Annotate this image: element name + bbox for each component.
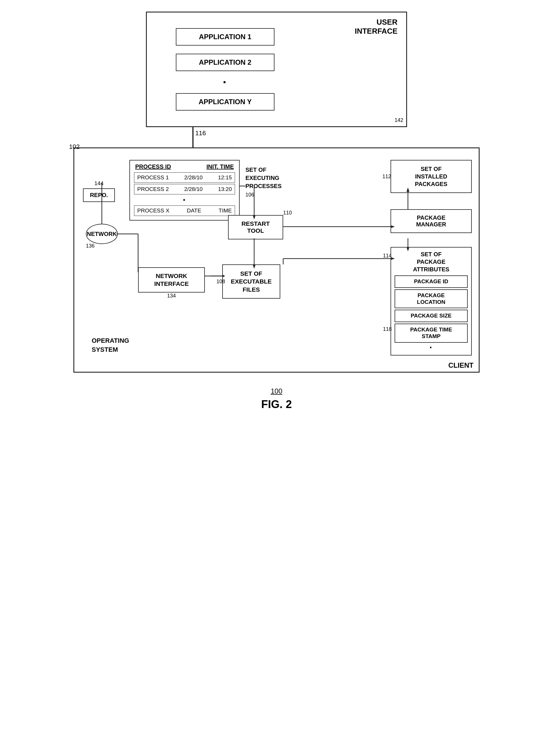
application-1-box: APPLICATION 1	[176, 28, 274, 46]
process-table-header: PROCESS ID INIT. TIME	[134, 163, 235, 170]
ni-label-1: NETWORK	[144, 272, 199, 280]
package-attrs-area: 114 SET OF PACKAGE ATTRIBUTES PACKAGE ID…	[391, 247, 472, 356]
process-1-date: 2/28/10	[184, 174, 203, 181]
client-box: 102 CLIENT 144 REPO. NETWORK 136	[73, 147, 480, 373]
process-2-id: PROCESS 2	[137, 186, 169, 193]
set-executing-label-area: SET OF EXECUTING PROCESSES 106	[245, 166, 282, 198]
process-row-x: PROCESS X DATE TIME	[134, 206, 235, 216]
ni-num: 134	[167, 293, 176, 299]
package-manager-box: PACKAGE MANAGER	[391, 209, 472, 233]
network-label: NETWORK	[87, 231, 116, 237]
diagram-ref: 100	[271, 387, 282, 395]
restart-tool-label: RESTART TOOL	[241, 220, 270, 234]
application-y-box: APPLICATION Y	[176, 93, 274, 110]
process-table-area: PROCESS ID INIT. TIME PROCESS 1 2/28/10 …	[130, 160, 240, 221]
pkg-timestamp-box: PACKAGE TIME STAMP	[395, 323, 468, 343]
set-executing-num: 106	[245, 192, 282, 198]
ni-label-2: INTERFACE	[144, 280, 199, 288]
process-row-2: PROCESS 2 2/28/10 13:20	[134, 184, 235, 195]
process-x-time: TIME	[219, 208, 232, 214]
repo-box: REPO.	[83, 188, 115, 202]
os-label: OPERATING SYSTEM	[92, 336, 129, 354]
network-ellipse: NETWORK	[86, 224, 118, 244]
process-2-time: 13:20	[218, 186, 232, 193]
process-dots: •	[134, 196, 235, 204]
pkg-attrs-num: 114	[383, 253, 392, 259]
ef-label-1: SET OF	[228, 270, 274, 278]
restart-tool-area: 110 RESTART TOOL	[228, 215, 283, 239]
client-layout: 144 REPO. NETWORK 136 PROCESS ID INIT. T…	[83, 157, 472, 360]
client-label: CLIENT	[448, 361, 474, 369]
network-interface-box: NETWORK INTERFACE	[138, 267, 205, 293]
network-area: NETWORK 136	[86, 224, 118, 249]
pm-label: PACKAGE MANAGER	[395, 215, 467, 228]
exec-files-area: 108 SET OF EXECUTABLE FILES	[222, 264, 280, 299]
ui-num-label: 142	[395, 117, 403, 123]
set-executing-label: SET OF EXECUTING PROCESSES	[245, 166, 282, 190]
pkg-location-box: PACKAGE LOCATION	[395, 289, 468, 308]
process-1-time: 12:15	[218, 174, 232, 181]
repo-num-144: 144	[94, 180, 103, 186]
os-label-area: OPERATING SYSTEM	[92, 336, 129, 354]
pkg-dots: •	[395, 344, 468, 351]
restart-tool-box: RESTART TOOL	[228, 215, 283, 239]
exec-files-box: SET OF EXECUTABLE FILES	[222, 264, 280, 299]
repo-label: REPO.	[90, 192, 108, 198]
installed-packages-box: SET OF INSTALLED PACKAGES	[391, 160, 472, 193]
client-num-102: 102	[69, 143, 80, 151]
ui-label-line1: USER	[377, 18, 397, 26]
process-1-id: PROCESS 1	[137, 174, 169, 181]
process-table: PROCESS ID INIT. TIME PROCESS 1 2/28/10 …	[130, 160, 240, 221]
repo-area: 144 REPO.	[83, 180, 115, 202]
user-interface-box: USER INTERFACE 142 APPLICATION 1 APPLICA…	[146, 12, 407, 127]
installed-num: 112	[382, 173, 391, 180]
init-time-header: INIT. TIME	[207, 163, 234, 170]
process-row-1: PROCESS 1 2/28/10 12:15	[134, 172, 235, 183]
pkg-attrs-num2: 118	[383, 326, 392, 332]
ip-label-2: INSTALLED	[395, 173, 467, 180]
diagram-ref-area: 100	[271, 381, 282, 395]
connector-116-label: 116	[195, 130, 206, 137]
process-x-date: DATE	[187, 208, 201, 214]
restart-tool-num: 110	[283, 210, 292, 216]
ui-to-client-connector: 116	[192, 127, 193, 147]
diagram-container: USER INTERFACE 142 APPLICATION 1 APPLICA…	[59, 12, 494, 411]
ui-label-line2: INTERFACE	[355, 27, 397, 35]
process-2-date: 2/28/10	[184, 186, 203, 193]
pkg-id-box: PACKAGE ID	[395, 276, 468, 288]
installed-packages-area: 112 SET OF INSTALLED PACKAGES	[391, 160, 472, 193]
package-attrs-box: SET OF PACKAGE ATTRIBUTES PACKAGE ID PAC…	[391, 247, 472, 356]
pkg-size-box: PACKAGE SIZE	[395, 310, 468, 322]
ip-label-3: PACKAGES	[395, 180, 467, 188]
ip-label-1: SET OF	[395, 165, 467, 173]
ui-label: USER INTERFACE	[355, 18, 397, 36]
package-manager-area: PACKAGE MANAGER	[391, 209, 472, 233]
fig-label: FIG. 2	[261, 398, 292, 411]
ef-label-3: FILES	[228, 286, 274, 293]
process-x-id: PROCESS X	[137, 208, 169, 214]
ef-label-2: EXECUTABLE	[228, 278, 274, 285]
apps-dots: •	[176, 77, 274, 87]
application-2-box: APPLICATION 2	[176, 54, 274, 71]
network-interface-area: NETWORK INTERFACE 134	[138, 267, 205, 293]
pkg-attrs-title: SET OF PACKAGE ATTRIBUTES	[395, 250, 468, 273]
process-id-header: PROCESS ID	[135, 163, 171, 170]
exec-files-num: 108	[217, 278, 225, 284]
network-num-136: 136	[86, 243, 95, 249]
